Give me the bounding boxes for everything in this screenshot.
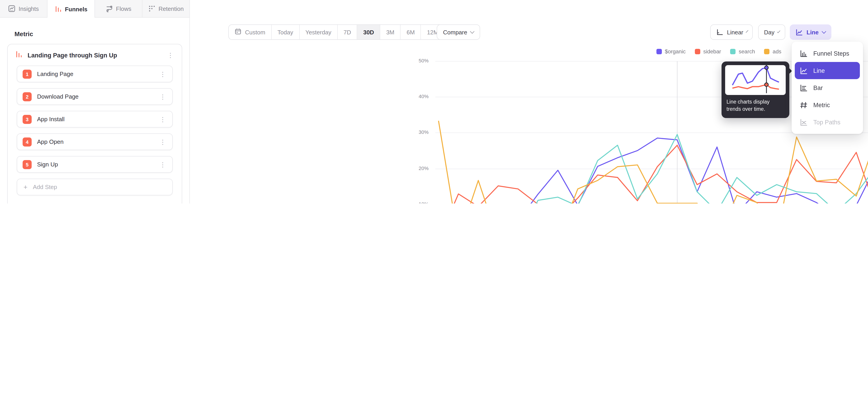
- metric-card: Landing Page through Sign Up ⋮ 1Landing …: [7, 44, 182, 204]
- date-preset-label: 7D: [344, 29, 351, 35]
- chart-type-dropdown[interactable]: Line: [790, 24, 831, 40]
- step-number-badge: 4: [23, 137, 32, 146]
- plus-icon: +: [24, 183, 28, 191]
- menu-item-metric[interactable]: Metric: [795, 96, 860, 114]
- date-preset-30d[interactable]: 30D: [358, 25, 380, 39]
- date-range-control: CustomTodayYesterday7D30D3M6M12M: [228, 24, 445, 40]
- legend-label: sidebar: [703, 49, 721, 55]
- interval-dropdown[interactable]: Day: [758, 24, 785, 40]
- funnel-step[interactable]: 4App Open⋮: [17, 133, 173, 150]
- y-axis-label: 20%: [408, 165, 429, 171]
- tab-funnels[interactable]: Funnels: [48, 0, 95, 18]
- menu-item-line[interactable]: Line: [795, 62, 860, 79]
- funnel-metric-icon: [15, 50, 23, 60]
- menu-item-label: Metric: [813, 101, 830, 108]
- flows-icon: [105, 5, 113, 12]
- compare-button[interactable]: Compare: [437, 24, 480, 40]
- step-label: Sign Up: [37, 161, 152, 168]
- date-preset-custom[interactable]: Custom: [229, 25, 272, 39]
- app-window: Insights Funnels Flows: [0, 0, 868, 204]
- metric-icon: [799, 101, 808, 109]
- chart-type-menu: Funnel StepsLineBarMetricTop Paths: [792, 41, 863, 134]
- y-axis-label: 10%: [408, 201, 429, 204]
- y-axis-label: 30%: [408, 130, 429, 135]
- legend-label: ads: [773, 49, 781, 55]
- insights-icon: [8, 5, 16, 12]
- tab-retention[interactable]: Retention: [143, 0, 189, 17]
- menu-item-bar[interactable]: Bar: [795, 79, 860, 96]
- y-axis-label: 40%: [408, 94, 429, 99]
- legend-item[interactable]: search: [730, 49, 755, 55]
- step-kebab-icon[interactable]: ⋮: [158, 70, 168, 78]
- tab-label: Flows: [116, 5, 131, 12]
- tab-label: Funnels: [65, 6, 88, 12]
- step-label: App Install: [37, 116, 152, 123]
- retention-icon: [148, 5, 155, 12]
- date-preset-label: Today: [278, 29, 293, 35]
- chevron-down-icon: [822, 29, 826, 34]
- metric-title: Landing Page through Sign Up: [28, 52, 161, 59]
- date-preset-today[interactable]: Today: [272, 25, 300, 39]
- menu-item-label: Funnel Steps: [813, 50, 849, 57]
- scale-dropdown[interactable]: Linear: [710, 24, 753, 40]
- compare-label: Compare: [443, 29, 467, 35]
- menu-item-label: Top Paths: [813, 119, 840, 125]
- tab-flows[interactable]: Flows: [95, 0, 143, 17]
- funnels-icon: [55, 5, 62, 13]
- report-canvas: CustomTodayYesterday7D30D3M6M12M Compare…: [190, 18, 868, 204]
- step-kebab-icon[interactable]: ⋮: [158, 138, 168, 146]
- metric-kebab-icon[interactable]: ⋮: [165, 51, 176, 59]
- chevron-down-icon: [470, 29, 475, 34]
- date-preset-label: 30D: [363, 29, 374, 35]
- menu-item-funnel-steps[interactable]: Funnel Steps: [795, 45, 860, 62]
- add-step-label: Add Step: [33, 184, 168, 190]
- date-preset-7d[interactable]: 7D: [338, 25, 358, 39]
- step-number-badge: 3: [23, 115, 32, 124]
- date-preset-label: 3M: [386, 29, 395, 35]
- metric-heading: Metric: [14, 30, 33, 37]
- tab-insights[interactable]: Insights: [0, 0, 48, 17]
- query-builder-sidebar: Metric Landing Page through Sign Up ⋮ 1L…: [0, 18, 190, 204]
- step-label: Download Page: [37, 93, 152, 100]
- step-kebab-icon[interactable]: ⋮: [158, 92, 168, 101]
- linear-scale-icon: [716, 29, 723, 36]
- legend-swatch: [656, 49, 662, 54]
- report-type-tabs: Insights Funnels Flows: [0, 0, 190, 18]
- date-preset-label: Custom: [245, 29, 266, 35]
- step-label: Landing Page: [37, 70, 152, 77]
- legend-label: $organic: [665, 49, 686, 55]
- date-preset-label: 6M: [407, 29, 415, 35]
- funnel-step[interactable]: 2Download Page⋮: [17, 88, 173, 105]
- interval-label: Day: [764, 29, 774, 35]
- calendar-icon: [235, 28, 241, 36]
- step-kebab-icon[interactable]: ⋮: [158, 115, 168, 123]
- funnel-step[interactable]: 3App Install⋮: [17, 111, 173, 128]
- menu-item-top-paths: Top Paths: [795, 114, 860, 131]
- legend-item[interactable]: ads: [764, 49, 781, 55]
- y-axis-label: 50%: [408, 58, 429, 63]
- tab-label: Retention: [158, 5, 184, 12]
- step-number-badge: 5: [23, 160, 32, 169]
- funnel-step[interactable]: 5Sign Up⋮: [17, 156, 173, 173]
- line-chart-icon: [799, 66, 808, 75]
- bar-chart-icon: [799, 84, 808, 92]
- date-preset-yesterday[interactable]: Yesterday: [300, 25, 338, 39]
- add-step-button[interactable]: + Add Step: [17, 179, 173, 195]
- chart-type-label: Line: [807, 29, 818, 35]
- date-preset-6m[interactable]: 6M: [401, 25, 421, 39]
- step-kebab-icon[interactable]: ⋮: [158, 160, 168, 168]
- chevron-down-icon: [746, 30, 748, 33]
- legend-item[interactable]: $organic: [656, 49, 686, 55]
- legend-swatch: [764, 49, 770, 54]
- funnel-step[interactable]: 1Landing Page⋮: [17, 66, 173, 82]
- date-preset-3m[interactable]: 3M: [380, 25, 401, 39]
- chart-type-tooltip: Line charts display trends over time.: [721, 62, 789, 118]
- legend-item[interactable]: sidebar: [694, 49, 721, 55]
- menu-item-label: Bar: [813, 84, 823, 91]
- chevron-down-icon: [777, 30, 780, 33]
- scale-label: Linear: [727, 29, 743, 35]
- line-chart-preview: [725, 65, 786, 95]
- funnel-steps-icon: [799, 49, 808, 58]
- step-number-badge: 1: [23, 69, 32, 79]
- legend-label: search: [739, 49, 755, 55]
